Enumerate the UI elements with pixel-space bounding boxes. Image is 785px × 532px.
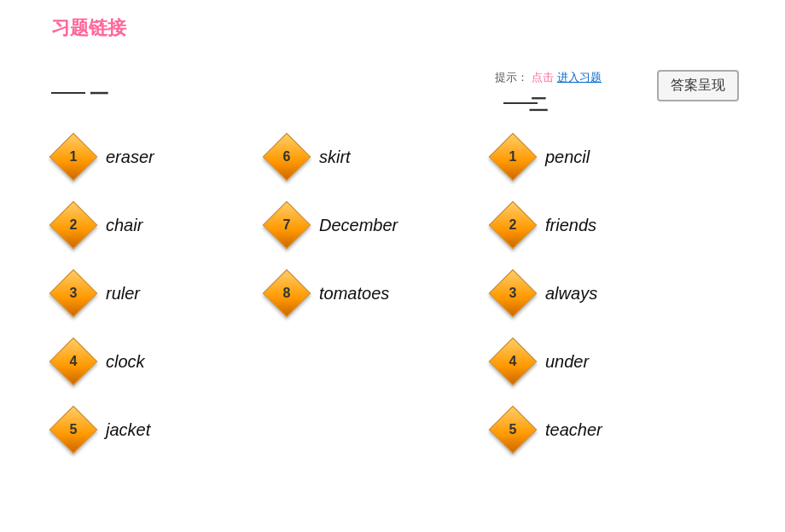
diamond-c3-4: 4 — [491, 339, 535, 384]
section1-header: 一 — [90, 82, 108, 107]
diamond-6: 6 — [265, 135, 309, 179]
diamond-8: 8 — [265, 271, 309, 315]
list-item: 3 always — [491, 271, 597, 315]
section2-header: 二 — [529, 92, 548, 118]
list-item: 2 chair — [51, 203, 142, 247]
word-clock: clock — [106, 352, 145, 372]
diamond-1: 1 — [51, 135, 96, 179]
list-item: 8 tomatoes — [265, 271, 389, 315]
diamond-3: 3 — [51, 271, 96, 315]
list-item: 1 eraser — [51, 135, 154, 179]
word-always: always — [545, 284, 597, 304]
answer-button[interactable]: 答案呈现 — [657, 70, 739, 101]
list-item: 5 jacket — [51, 408, 150, 452]
word-under: under — [545, 352, 589, 372]
list-item: 1 pencil — [491, 135, 590, 179]
diamond-2: 2 — [51, 203, 96, 247]
list-item: 4 under — [491, 339, 589, 384]
diamond-4: 4 — [51, 339, 96, 384]
list-item: 7 December — [265, 203, 398, 247]
hint-area: 提示： 点击 进入习题 — [495, 70, 602, 85]
word-teacher: teacher — [545, 420, 602, 440]
page-title: 习题链接 — [51, 15, 126, 41]
word-chair: chair — [106, 216, 142, 235]
word-tomatoes: tomatoes — [319, 284, 389, 304]
hint-label: 提示： — [495, 70, 528, 85]
word-ruler: ruler — [106, 284, 140, 304]
list-item: 2 friends — [491, 203, 596, 247]
diamond-c3-3: 3 — [491, 271, 535, 315]
hint-click[interactable]: 点击 — [532, 70, 554, 85]
diamond-7: 7 — [265, 203, 309, 247]
hint-link[interactable]: 进入习题 — [557, 70, 602, 85]
section1-line — [51, 92, 85, 94]
word-skirt: skirt — [319, 147, 351, 167]
list-item: 3 ruler — [51, 271, 140, 315]
diamond-c3-5: 5 — [491, 408, 535, 452]
list-item: 5 teacher — [491, 408, 602, 452]
diamond-c3-1: 1 — [491, 135, 535, 179]
diamond-c3-2: 2 — [491, 203, 535, 247]
word-friends: friends — [545, 216, 596, 235]
word-jacket: jacket — [106, 420, 150, 440]
word-december: December — [319, 216, 398, 235]
list-item: 6 skirt — [265, 135, 351, 179]
word-eraser: eraser — [106, 147, 154, 167]
diamond-5: 5 — [51, 408, 96, 452]
word-pencil: pencil — [545, 147, 590, 167]
list-item: 4 clock — [51, 339, 145, 384]
